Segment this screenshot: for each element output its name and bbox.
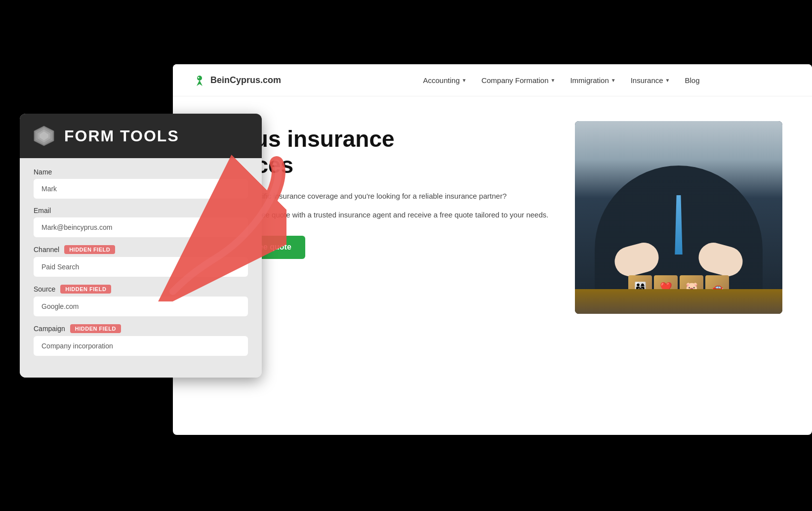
left-hand <box>611 239 662 279</box>
campaign-field-row: Campaign HIDDEN FIELD <box>34 324 248 333</box>
nav-immigration[interactable]: Immigration ▼ <box>570 76 615 85</box>
hands-area <box>609 240 748 274</box>
channel-input[interactable] <box>34 257 248 277</box>
nav-immigration-label: Immigration <box>570 76 609 85</box>
form-body: Name Email Channel HIDDEN FIELD Source H… <box>20 158 262 378</box>
source-hidden-badge: HIDDEN FIELD <box>60 285 111 294</box>
svg-point-1 <box>198 77 200 79</box>
channel-field-row: Channel HIDDEN FIELD <box>34 245 248 254</box>
hero-image: 👨‍👩‍👧 ❤️ 🐷 🚗 <box>575 121 782 314</box>
website-background: BeinCyprus.com Accounting ▼ Company Form… <box>173 64 812 435</box>
nav-blog[interactable]: Blog <box>685 76 699 85</box>
nav-insurance[interactable]: Insurance ▼ <box>631 76 670 85</box>
hero-section: Cyprus insurance services Do you need sp… <box>173 96 812 339</box>
form-header-title: FORM TOOLS <box>64 127 179 145</box>
channel-label: Channel <box>34 246 59 254</box>
chevron-down-icon: ▼ <box>462 78 467 83</box>
navigation: BeinCyprus.com Accounting ▼ Company Form… <box>173 64 812 96</box>
name-label: Name <box>34 168 52 176</box>
email-field-row: Email <box>34 207 248 214</box>
chevron-down-icon: ▼ <box>551 78 556 83</box>
source-field: Source HIDDEN FIELD <box>34 285 248 316</box>
site-logo[interactable]: BeinCyprus.com <box>193 73 281 87</box>
channel-hidden-badge: HIDDEN FIELD <box>64 245 115 254</box>
nav-items: Accounting ▼ Company Formation ▼ Immigra… <box>330 76 792 85</box>
name-field: Name <box>34 168 248 199</box>
right-hand <box>695 239 746 279</box>
name-field-row: Name <box>34 168 248 176</box>
channel-field: Channel HIDDEN FIELD <box>34 245 248 277</box>
nav-insurance-label: Insurance <box>631 76 663 85</box>
form-tools-icon <box>32 124 56 148</box>
nav-accounting-label: Accounting <box>423 76 460 85</box>
form-header: FORM TOOLS <box>20 114 262 158</box>
source-field-row: Source HIDDEN FIELD <box>34 285 248 294</box>
source-input[interactable] <box>34 297 248 316</box>
email-input[interactable] <box>34 217 248 237</box>
hero-image-inner: 👨‍👩‍👧 ❤️ 🐷 🚗 <box>575 121 782 314</box>
campaign-label: Campaign <box>34 325 65 333</box>
email-field: Email <box>34 207 248 237</box>
source-label: Source <box>34 285 55 293</box>
form-tools-panel: FORM TOOLS Name Email Channel HIDDEN FIE… <box>20 114 262 378</box>
logo-text: BeinCyprus.com <box>210 75 281 85</box>
chevron-down-icon: ▼ <box>665 78 670 83</box>
campaign-input[interactable] <box>34 336 248 356</box>
email-label: Email <box>34 207 51 214</box>
campaign-field: Campaign HIDDEN FIELD <box>34 324 248 356</box>
nav-company-formation[interactable]: Company Formation ▼ <box>482 76 556 85</box>
chevron-down-icon: ▼ <box>611 78 616 83</box>
svg-point-0 <box>197 76 202 81</box>
nav-blog-label: Blog <box>685 76 699 85</box>
logo-icon <box>193 73 206 87</box>
nav-accounting[interactable]: Accounting ▼ <box>423 76 467 85</box>
table-surface <box>575 289 782 314</box>
name-input[interactable] <box>34 179 248 199</box>
nav-company-formation-label: Company Formation <box>482 76 549 85</box>
campaign-hidden-badge: HIDDEN FIELD <box>70 324 121 333</box>
